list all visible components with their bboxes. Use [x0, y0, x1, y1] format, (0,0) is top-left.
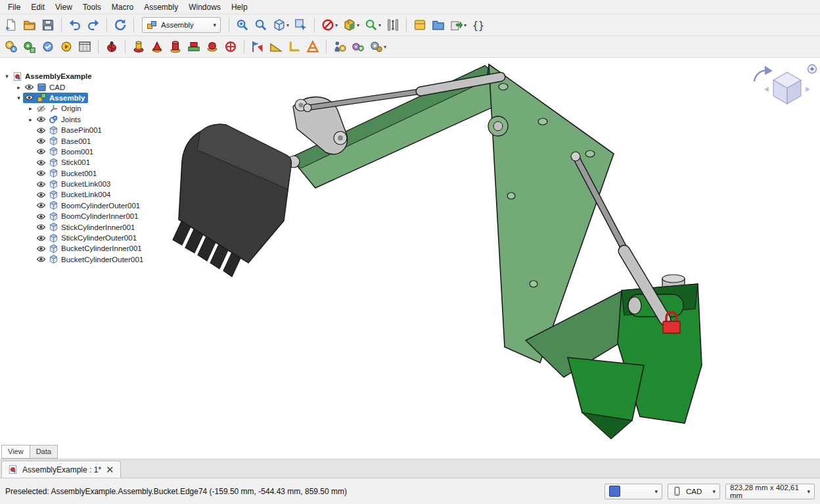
tree-item-body[interactable]: Stick001: [35, 157, 93, 168]
tree-item-base001[interactable]: Base001: [1, 135, 94, 146]
fit-all-button[interactable]: [234, 16, 251, 34]
tree-item-body[interactable]: AssemblyExample: [11, 71, 95, 81]
tree-expander-icon[interactable]: ▸: [14, 84, 23, 91]
tree-item-body[interactable]: StickCylinderInner001: [35, 222, 139, 233]
zoom-tools-button[interactable]: ▾: [363, 16, 383, 34]
tree-item-assembly[interactable]: ▾Assembly: [1, 93, 88, 103]
joint-ball-button[interactable]: [204, 38, 221, 55]
eye-icon[interactable]: [36, 222, 46, 232]
tree-item-stickcylinderouter001[interactable]: StickCylinderOuter001: [1, 233, 140, 243]
sync-view-button[interactable]: [292, 16, 309, 34]
navigation-cube[interactable]: [745, 63, 819, 109]
menu-help[interactable]: Help: [226, 1, 253, 13]
close-tab-icon[interactable]: ✕: [106, 465, 114, 474]
tree-item-bucketlink004[interactable]: BucketLink004: [1, 189, 114, 200]
tree-item-body[interactable]: Boom001: [35, 147, 97, 157]
isometric-view-button[interactable]: ▾: [271, 16, 291, 34]
joint-cylindrical-button[interactable]: [167, 38, 184, 55]
eye-icon[interactable]: [36, 212, 46, 221]
exploded-view-button[interactable]: [331, 38, 348, 55]
check-intersections-button[interactable]: [103, 38, 120, 55]
eye-icon[interactable]: [36, 200, 46, 210]
tree-item-basepin001[interactable]: BasePin001: [1, 125, 105, 135]
menu-tools[interactable]: Tools: [78, 1, 106, 13]
rotate-arrow-icon[interactable]: [754, 70, 766, 81]
tree-item-body[interactable]: Joints: [35, 114, 84, 125]
tree-item-boomcylinderouter001[interactable]: BoomCylinderOuter001: [1, 200, 143, 211]
eye-icon[interactable]: [36, 244, 46, 254]
nav-cube-body[interactable]: [773, 72, 801, 104]
workbench-selector[interactable]: Assembly▾: [142, 17, 221, 33]
eye-icon[interactable]: [36, 233, 46, 243]
view-dimensions-selector[interactable]: 823,28 mm x 402,61 mm ▾: [725, 484, 815, 499]
panel-tab-data[interactable]: Data: [30, 445, 58, 459]
tree-item-joints[interactable]: ▸Joints: [1, 114, 84, 125]
tree-item-assemblyexample[interactable]: ▾AssemblyExample: [1, 71, 95, 81]
joint-revolute-button[interactable]: [148, 38, 166, 55]
tree-item-body[interactable]: BoomCylinderOuter001: [35, 200, 143, 211]
tree-item-body[interactable]: Base001: [35, 136, 94, 147]
tree-item-body[interactable]: BasePin001: [35, 125, 105, 135]
joint-fixed-button[interactable]: [130, 38, 147, 55]
export-button[interactable]: ▾: [448, 16, 468, 34]
tree-item-body[interactable]: BoomCylinderInner001: [35, 211, 142, 221]
appearance-button[interactable]: [411, 16, 428, 34]
joint-screw-button[interactable]: [286, 38, 303, 55]
tree-item-boomcylinderinner001[interactable]: BoomCylinderInner001: [1, 211, 142, 221]
tree-item-body[interactable]: BucketCylinderOuter001: [35, 254, 147, 265]
joint-distance-button[interactable]: [222, 38, 239, 55]
tree-item-boom001[interactable]: Boom001: [1, 147, 97, 157]
tree-expander-icon[interactable]: ▸: [26, 116, 35, 123]
tree-item-body[interactable]: Origin: [35, 103, 85, 114]
joint-gears-button[interactable]: [304, 38, 321, 55]
create-simulation-button[interactable]: [58, 38, 75, 55]
insert-component-button[interactable]: [21, 38, 38, 55]
tree-item-body[interactable]: StickCylinderOuter001: [35, 233, 140, 243]
group-button[interactable]: [430, 16, 447, 34]
eye-icon[interactable]: [36, 168, 46, 178]
eye-icon[interactable]: [36, 114, 46, 124]
eye-icon[interactable]: [24, 82, 34, 92]
menu-macro[interactable]: Macro: [106, 1, 139, 13]
rotate-left-icon[interactable]: [764, 87, 769, 92]
background-style-selector[interactable]: ▾: [604, 484, 662, 499]
tree-item-body[interactable]: BucketLink004: [35, 189, 114, 200]
bill-of-materials-button[interactable]: [76, 38, 93, 55]
eye-icon[interactable]: [36, 126, 46, 135]
redo-button[interactable]: [85, 16, 102, 34]
tree-item-bucketlink003[interactable]: BucketLink003: [1, 179, 114, 189]
menu-assembly[interactable]: Assembly: [139, 1, 183, 13]
eye-icon[interactable]: [36, 158, 46, 168]
menu-view[interactable]: View: [50, 1, 78, 13]
tree-item-body[interactable]: CAD: [23, 82, 68, 93]
eye-icon[interactable]: [24, 93, 34, 103]
measure-button[interactable]: [384, 16, 401, 34]
toggle-grounded-button[interactable]: [249, 38, 266, 55]
tree-item-bucketcylinderouter001[interactable]: BucketCylinderOuter001: [1, 254, 147, 265]
rotate-right-icon[interactable]: [806, 87, 810, 92]
eye-icon[interactable]: [36, 136, 46, 146]
tree-expander-icon[interactable]: ▾: [14, 95, 23, 101]
create-assembly-button[interactable]: [3, 38, 20, 55]
tree-expander-icon[interactable]: ▸: [26, 105, 35, 112]
document-tab[interactable]: AssemblyExample : 1* ✕: [1, 461, 121, 478]
tree-item-body[interactable]: Assembly: [23, 93, 88, 103]
animation-button[interactable]: [350, 38, 367, 55]
menu-file[interactable]: File: [3, 1, 26, 13]
undo-button[interactable]: [66, 16, 83, 34]
macro-braces-button[interactable]: {}: [470, 16, 487, 34]
fit-selection-button[interactable]: [252, 16, 269, 34]
refresh-button[interactable]: [112, 16, 129, 34]
joint-rack-pinion-button[interactable]: [267, 38, 285, 55]
tree-item-bucket001[interactable]: Bucket001: [1, 168, 100, 179]
axonometric-cube-button[interactable]: ▾: [341, 16, 361, 34]
panel-tab-view[interactable]: View: [1, 445, 30, 459]
tree-item-body[interactable]: Bucket001: [35, 168, 100, 179]
menu-windows[interactable]: Windows: [183, 1, 226, 13]
new-document-button[interactable]: [3, 16, 20, 34]
menu-edit[interactable]: Edit: [26, 1, 50, 13]
more-tools-button[interactable]: ▾: [368, 38, 388, 55]
tree-item-body[interactable]: BucketCylinderInner001: [35, 243, 145, 254]
eye-icon[interactable]: [36, 147, 46, 156]
tree-item-stickcylinderinner001[interactable]: StickCylinderInner001: [1, 221, 139, 232]
